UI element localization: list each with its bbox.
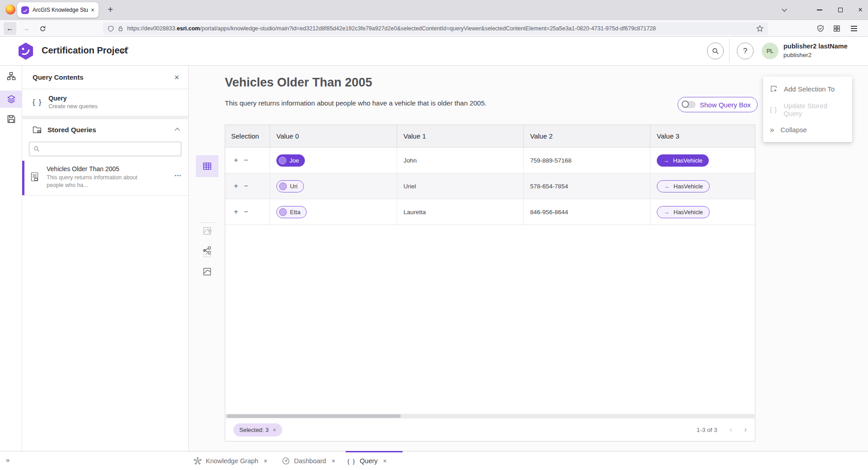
column-header-value0[interactable]: Value 0 <box>270 125 397 147</box>
column-header-value1[interactable]: Value 1 <box>397 125 524 147</box>
previous-page-icon[interactable]: ‹ <box>730 425 732 434</box>
cell-value2[interactable]: 759-889-57168 <box>524 148 650 173</box>
cell-value1[interactable]: Uriel <box>397 173 524 199</box>
stored-queries-search-input[interactable] <box>43 146 177 153</box>
page-title: Vehicles Older Than 2005 <box>225 76 372 90</box>
menu-item-collapse[interactable]: » Collapse <box>763 120 852 140</box>
search-icon <box>33 146 40 152</box>
cell-value1[interactable]: John <box>397 148 524 173</box>
map-view-button[interactable] <box>203 267 212 276</box>
stored-queries-search[interactable] <box>29 142 181 156</box>
relationship-pill[interactable]: →HasVehicle <box>657 206 710 218</box>
tab-close-icon[interactable]: × <box>91 7 95 13</box>
close-tab-icon[interactable]: × <box>264 457 267 465</box>
pagination-range: 1-3 of 3 <box>697 427 717 433</box>
entity-pill[interactable]: Uri <box>276 180 304 192</box>
row-select-plus-icon[interactable]: + <box>234 182 238 190</box>
entity-pill[interactable]: Etta <box>276 206 307 218</box>
show-query-box-toggle[interactable]: Show Query Box <box>678 97 758 112</box>
chevron-up-icon[interactable] <box>175 128 180 133</box>
account-shield-icon[interactable] <box>814 22 827 35</box>
close-tab-icon[interactable]: × <box>383 457 387 465</box>
toggle-label: Show Query Box <box>700 101 751 109</box>
relationship-pill[interactable]: →HasVehicle <box>657 154 709 167</box>
minimize-button[interactable] <box>813 0 826 20</box>
layers-button[interactable] <box>0 91 22 108</box>
query-contents-panel: Query Contents × { } Query Create new qu… <box>22 66 189 451</box>
firefox-icon[interactable] <box>5 5 15 14</box>
toggle-switch[interactable] <box>682 101 696 108</box>
row-deselect-minus-icon[interactable]: − <box>244 182 248 190</box>
row-select-plus-icon[interactable]: + <box>234 208 238 216</box>
hamburger-menu-icon[interactable] <box>847 22 861 35</box>
relationship-pill[interactable]: →HasVehicle <box>657 180 710 192</box>
maximize-button[interactable] <box>834 0 847 20</box>
user-avatar[interactable]: PL <box>762 43 778 59</box>
stored-queries-label: Stored Queries <box>47 126 170 134</box>
tab-list-dropdown-icon[interactable] <box>778 0 791 20</box>
table-view-button[interactable] <box>196 155 218 177</box>
data-model-button[interactable] <box>0 67 22 85</box>
new-tab-button[interactable]: + <box>104 3 117 16</box>
back-button[interactable]: ← <box>4 22 16 35</box>
panel-close-icon[interactable]: × <box>174 73 179 82</box>
browser-tab[interactable]: ArcGIS Knowledge Studio × <box>17 2 99 18</box>
menu-item-label: Collapse <box>780 126 806 134</box>
cell-value2[interactable]: 846-956-8644 <box>524 199 650 225</box>
close-tab-icon[interactable]: × <box>332 457 335 465</box>
column-header-value3[interactable]: Value 3 <box>650 125 755 147</box>
arcgis-knowledge-logo <box>17 42 34 60</box>
tab-query[interactable]: { } Query × <box>347 451 387 470</box>
document-icon <box>30 172 39 182</box>
menu-item-add-selection-to[interactable]: Add Selection To <box>763 79 852 99</box>
stored-query-description: This query returns information about peo… <box>47 174 171 189</box>
expand-panel-icon[interactable]: » <box>6 456 9 464</box>
horizontal-scrollbar[interactable] <box>226 414 754 418</box>
braces-icon: { } <box>347 458 356 465</box>
extensions-icon[interactable] <box>830 22 844 35</box>
row-select-plus-icon[interactable]: + <box>234 156 238 164</box>
browser-window: ArcGIS Knowledge Studio × + × ← → https:… <box>0 0 868 470</box>
edit-title-pencil-icon[interactable] <box>120 46 129 55</box>
browser-tab-strip: ArcGIS Knowledge Studio × + × <box>0 0 868 20</box>
tab-label: Query <box>360 457 378 465</box>
user-menu[interactable]: publisher2 lastName publisher2 <box>783 42 848 59</box>
section-divider <box>22 116 188 119</box>
search-button[interactable] <box>707 43 724 59</box>
tab-dashboard[interactable]: Dashboard × <box>282 451 335 470</box>
table-row[interactable]: +− Uri Uriel 578-654-7854 →HasVehicle <box>225 173 755 199</box>
app-header: Certification Project ? PL publisher2 la… <box>0 37 868 66</box>
url-bar[interactable]: https://dev0028833.esri.com/portal/apps/… <box>103 22 768 35</box>
refresh-button[interactable] <box>36 22 49 35</box>
tab-knowledge-graph[interactable]: Knowledge Graph × <box>194 451 267 470</box>
stored-queries-header[interactable]: Stored Queries <box>22 119 188 140</box>
scrollbar-thumb[interactable] <box>227 414 401 418</box>
double-chevron-icon: » <box>770 125 774 134</box>
selected-count-chip[interactable]: Selected: 3 × <box>233 423 282 436</box>
item-options-ellipsis-icon[interactable]: ••• <box>175 173 182 178</box>
next-page-icon[interactable]: › <box>744 425 747 434</box>
column-header-selection[interactable]: Selection <box>225 125 270 147</box>
table-row[interactable]: +− Joe John 759-889-57168 →HasVehicle <box>225 148 755 173</box>
lock-icon[interactable] <box>118 25 123 32</box>
menu-item-update-stored-query: { } Update Stored Query <box>763 99 852 120</box>
window-close-button[interactable]: × <box>854 0 867 20</box>
row-deselect-minus-icon[interactable]: − <box>244 208 248 216</box>
arrow-right-icon: → <box>664 183 669 190</box>
forward-button[interactable]: → <box>20 22 33 35</box>
bookmark-star-icon[interactable] <box>756 25 764 32</box>
knowledge-graph-icon <box>194 457 202 465</box>
stored-query-item[interactable]: Vehicles Older Than 2005 This query retu… <box>22 161 188 196</box>
url-text[interactable]: https://dev0028833.esri.com/portal/apps/… <box>127 25 656 32</box>
clear-selection-icon[interactable]: × <box>273 427 276 433</box>
table-row[interactable]: +− Etta Lauretta 846-956-8644 →HasVehicl… <box>225 199 755 225</box>
save-button[interactable] <box>0 110 22 128</box>
column-header-value2[interactable]: Value 2 <box>524 125 650 147</box>
shield-icon[interactable] <box>108 25 114 32</box>
cell-value1[interactable]: Lauretta <box>397 199 524 225</box>
cell-value2[interactable]: 578-654-7854 <box>524 173 650 199</box>
row-deselect-minus-icon[interactable]: − <box>244 156 248 164</box>
query-item[interactable]: { } Query Create new queries <box>22 89 188 116</box>
entity-pill[interactable]: Joe <box>276 154 305 167</box>
help-button[interactable]: ? <box>737 43 754 59</box>
